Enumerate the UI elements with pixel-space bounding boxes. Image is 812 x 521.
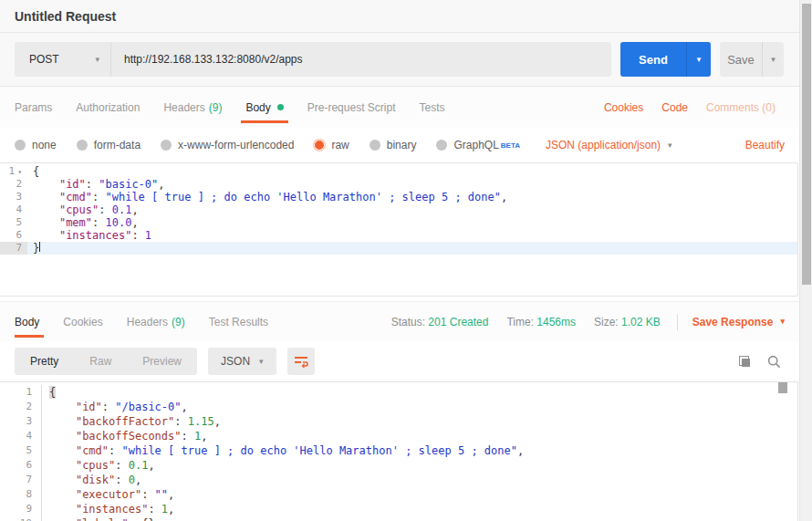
request-header: Untitled Request [0,0,799,33]
tab-label: Cookies [63,316,102,328]
code-line: 3 "cmd": "while [ true ] ; do echo 'Hell… [0,191,797,203]
size-value: 1.02 KB [621,316,661,328]
code-text: "executor": "", [42,487,797,502]
response-tab-cookies[interactable]: Cookies [51,302,114,341]
code-line: 7 "disk": 0, [0,473,797,487]
url-value: http://192.168.133.132:8080/v2/apps [124,53,303,66]
view-pretty-button[interactable]: Pretty [15,348,74,375]
code-line: 1{ [0,385,797,400]
save-options-button[interactable]: ▾ [762,42,784,77]
chevron-down-icon: ▾ [259,358,264,366]
radio-graphql[interactable]: GraphQL BETA [436,139,520,151]
size-label: Size: [594,316,619,328]
radio-icon [161,140,172,151]
code-text: "cpus": 0.1, [27,203,797,216]
radio-label: GraphQL [453,139,498,151]
line-number: 1 [0,385,42,400]
tab-authorization[interactable]: Authorization [64,87,151,128]
radio-binary[interactable]: binary [370,139,417,151]
code-line: 8 "executor": "", [0,487,797,502]
tab-headers[interactable]: Headers (9) [151,87,234,128]
save-button[interactable]: Save [720,42,762,77]
method-select[interactable]: POST ▾ [15,42,111,77]
save-response-button[interactable]: Save Response ▾ [692,316,785,328]
radio-form-data[interactable]: form-data [77,139,141,151]
response-format-select[interactable]: JSON ▾ [208,348,276,375]
send-button[interactable]: Send [620,42,686,77]
send-options-button[interactable]: ▾ [686,42,711,77]
request-url-bar: POST ▾ http://192.168.133.132:8080/v2/ap… [0,33,799,87]
time-badge: Time: 1456ms [506,316,576,328]
line-number: 6 [0,458,42,473]
line-number: 2 [0,400,42,414]
code-text: "instances": 1 [27,229,797,242]
send-button-group: Send ▾ [620,42,711,77]
chevron-down-icon: ▾ [771,55,776,64]
response-body-editor[interactable]: 1{2 "id": "/basic-0",3 "backoffFactor": … [0,381,798,521]
code-line: 6 "instances": 1 [0,229,797,242]
code-link[interactable]: Code [652,87,697,128]
code-line: 7} [0,242,797,255]
save-response-label: Save Response [692,316,774,328]
line-number: 9 [0,502,42,516]
radio-x-www-form-urlencoded[interactable]: x-www-form-urlencoded [161,139,294,151]
response-tab-headers[interactable]: Headers (9) [115,302,197,341]
code-line: 5 "mem": 10.0, [0,216,797,229]
comments-link[interactable]: Comments (0) [697,87,785,128]
tab-tests[interactable]: Tests [407,87,456,128]
window-scrollbar-thumb[interactable] [802,4,811,285]
fold-arrow-icon[interactable]: ▾ [17,168,22,176]
radio-label: x-www-form-urlencoded [178,139,294,151]
code-text: "cmd": "while [ true ] ; do echo 'Hello … [42,443,797,458]
search-response-button[interactable] [763,350,785,372]
code-line: 1▾{ [0,165,797,178]
line-number: 5 [0,443,42,458]
line-number: 4 [0,203,27,216]
cookies-link[interactable]: Cookies [595,87,652,128]
tab-label: Tests [419,101,444,114]
tab-label: Pre-request Script [307,101,396,114]
code-text: { [42,385,797,400]
tab-pre-request-script[interactable]: Pre-request Script [296,87,408,128]
url-input[interactable]: http://192.168.133.132:8080/v2/apps [111,42,611,77]
radio-icon [15,140,26,151]
code-line: 5 "cmd": "while [ true ] ; do echo 'Hell… [0,443,797,458]
chevron-down-icon: ▾ [668,141,672,150]
request-body-editor[interactable]: 1▾{2 "id": "basic-0",3 "cmd": "while [ t… [0,162,798,297]
body-modified-dot-icon [277,104,284,110]
line-number: 7 [0,242,27,255]
tab-label: Authorization [76,101,140,114]
code-text: "id": "basic-0", [27,178,797,191]
line-number: 7 [0,473,42,487]
view-raw-button[interactable]: Raw [74,348,127,375]
line-number: 6 [0,229,27,242]
code-text: { [27,165,797,178]
tab-label: Params [15,101,52,114]
headers-count-badge: (9) [209,101,223,114]
response-toolbar: Pretty Raw Preview JSON ▾ [0,341,799,381]
wrap-text-icon [294,355,308,368]
radio-checked-icon [314,140,325,151]
response-tab-body[interactable]: Body [15,302,51,341]
code-text: "disk": 0, [42,473,797,487]
copy-response-button[interactable] [734,350,755,372]
content-type-value: JSON (application/json) [546,139,661,151]
radio-none[interactable]: none [15,139,57,151]
code-text: "labels": {}, [42,516,797,521]
tab-body[interactable]: Body [234,87,295,128]
beautify-link[interactable]: Beautify [745,139,785,151]
radio-raw[interactable]: raw [314,139,349,151]
window-scrollbar[interactable] [799,0,812,521]
tab-params[interactable]: Params [15,87,64,128]
editor-scrollbar-thumb[interactable] [778,382,787,393]
response-tab-test-results[interactable]: Test Results [197,302,280,341]
wrap-text-button[interactable] [287,348,315,375]
response-meta: Status: 201 Created Time: 1456ms Size: 1… [373,302,785,341]
view-preview-button[interactable]: Preview [127,348,197,375]
size-badge: Size: 1.02 KB [594,316,661,328]
code-line: 2 "id": "/basic-0", [0,400,797,414]
save-button-group: Save ▾ [720,42,784,77]
line-number: 4 [0,429,42,443]
content-type-select[interactable]: JSON (application/json) ▾ [546,139,672,151]
code-text: "cmd": "while [ true ] ; do echo 'Hello … [27,191,797,203]
